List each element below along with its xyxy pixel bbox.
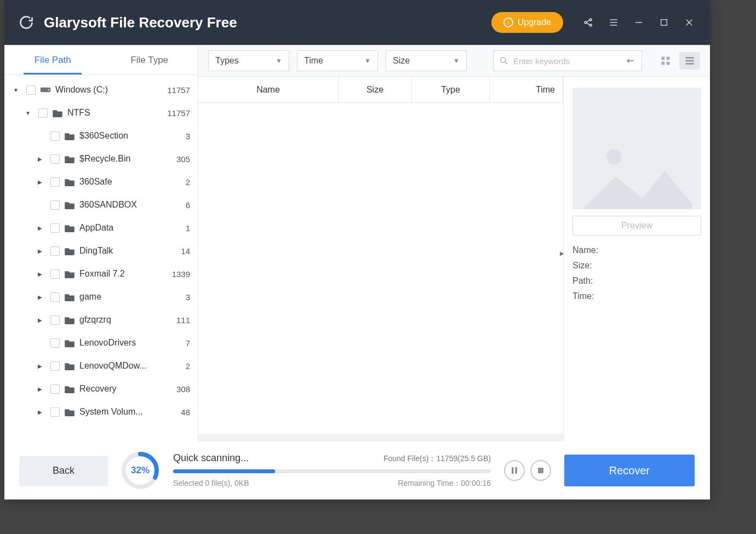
- tree-item[interactable]: ▶Foxmail 7.21339: [4, 262, 198, 285]
- footer: Back 32% Quick scanning... Found File(s)…: [4, 441, 710, 499]
- preview-button[interactable]: Preview: [572, 216, 701, 236]
- col-name[interactable]: Name: [198, 77, 339, 102]
- expander-placeholder: [36, 339, 44, 347]
- tree-item[interactable]: ▶System Volum...48: [4, 400, 198, 423]
- checkbox[interactable]: [50, 338, 60, 348]
- tree-item-label: AppData: [79, 223, 170, 233]
- tree-item[interactable]: ▶$Recycle.Bin305: [4, 147, 198, 170]
- tree-item[interactable]: ▶game3: [4, 285, 198, 308]
- tree-item-label: Recovery: [79, 384, 170, 394]
- tree-item-count: 11757: [167, 108, 190, 118]
- svg-rect-8: [667, 57, 670, 60]
- chevron-right-icon[interactable]: ▶: [36, 224, 44, 232]
- tree-item-label: game: [79, 292, 170, 302]
- maximize-icon[interactable]: [652, 10, 676, 35]
- drive-icon: [40, 84, 51, 95]
- checkbox[interactable]: [50, 177, 60, 187]
- chevron-right-icon[interactable]: ▶: [36, 270, 44, 278]
- tab-file-path[interactable]: File Path: [4, 45, 101, 74]
- col-type[interactable]: Type: [412, 77, 490, 102]
- checkbox[interactable]: [50, 292, 60, 302]
- checkbox[interactable]: [38, 108, 48, 118]
- checkbox[interactable]: [50, 384, 60, 394]
- tree-item-count: 1: [174, 223, 190, 233]
- tree-item[interactable]: ▶Recovery308: [4, 377, 198, 400]
- chevron-right-icon[interactable]: ▶: [36, 316, 44, 324]
- table-body[interactable]: [198, 103, 563, 434]
- svg-rect-7: [662, 57, 665, 60]
- tree-item[interactable]: ▶DingTalk14: [4, 239, 198, 262]
- tree-item[interactable]: LenovoDrivers7: [4, 331, 198, 354]
- preview-collapse-icon[interactable]: ▶: [559, 246, 565, 260]
- tree-item-label: 360Safe: [79, 177, 170, 187]
- svg-point-0: [585, 21, 587, 24]
- checkbox[interactable]: [50, 246, 60, 256]
- checkbox[interactable]: [26, 85, 36, 95]
- tree-item[interactable]: ▼Windows (C:)11757: [4, 78, 198, 101]
- menu-icon[interactable]: [602, 10, 626, 35]
- svg-rect-3: [661, 20, 667, 26]
- tree-item-count: 1339: [172, 269, 190, 279]
- search-input[interactable]: [513, 56, 622, 66]
- checkbox[interactable]: [50, 407, 60, 417]
- tree-item[interactable]: 360SANDBOX6: [4, 193, 198, 216]
- grid-view-button[interactable]: [655, 52, 676, 70]
- chevron-right-icon[interactable]: ▶: [36, 385, 44, 393]
- table-header: Name Size Type Time: [198, 77, 563, 103]
- tree-item[interactable]: $360Section3: [4, 124, 198, 147]
- svg-rect-20: [538, 468, 543, 473]
- upgrade-button[interactable]: ↑ Upgrade: [491, 12, 563, 33]
- back-button[interactable]: Back: [20, 456, 107, 485]
- chevron-down-icon[interactable]: ▼: [12, 86, 20, 94]
- close-icon[interactable]: [677, 10, 701, 35]
- svg-rect-11: [686, 57, 694, 59]
- col-time[interactable]: Time: [490, 77, 563, 102]
- filter-size[interactable]: Size ▼: [386, 50, 467, 71]
- tree-item[interactable]: ▶gfzqrzrq111: [4, 308, 198, 331]
- checkbox[interactable]: [50, 361, 60, 371]
- found-files-text: Found File(s)：11759(25.5 GB): [383, 454, 491, 464]
- chevron-right-icon[interactable]: ▶: [36, 362, 44, 370]
- chevron-right-icon[interactable]: ▶: [36, 247, 44, 255]
- folder-icon: [64, 337, 75, 348]
- chevron-right-icon[interactable]: ▶: [36, 155, 44, 163]
- minimize-icon[interactable]: [627, 10, 651, 35]
- enter-icon[interactable]: [626, 57, 636, 65]
- chevron-down-icon[interactable]: ▼: [24, 109, 32, 117]
- filter-time[interactable]: Time ▼: [297, 50, 378, 71]
- checkbox[interactable]: [50, 131, 60, 141]
- chevron-right-icon[interactable]: ▶: [36, 408, 44, 416]
- svg-point-5: [48, 89, 50, 91]
- recover-button[interactable]: Recover: [564, 455, 695, 486]
- chevron-down-icon: ▼: [364, 57, 371, 65]
- left-panel: File Path File Type ▼Windows (C:)11757▼N…: [4, 45, 198, 441]
- col-size[interactable]: Size: [339, 77, 412, 102]
- tree-item[interactable]: ▶360Safe2: [4, 170, 198, 193]
- search-box[interactable]: [493, 50, 642, 71]
- tree-item-label: LenovoQMDow...: [79, 361, 170, 371]
- stop-button[interactable]: [530, 460, 551, 481]
- svg-point-15: [606, 149, 622, 164]
- pause-button[interactable]: [504, 460, 525, 481]
- checkbox[interactable]: [50, 223, 60, 233]
- checkbox[interactable]: [50, 269, 60, 279]
- horizontal-scrollbar[interactable]: [198, 434, 563, 441]
- checkbox[interactable]: [50, 200, 60, 210]
- folder-icon: [64, 130, 75, 141]
- progress-ring: 32%: [121, 451, 160, 490]
- share-icon[interactable]: [576, 10, 600, 35]
- folder-icon: [64, 153, 75, 164]
- chevron-right-icon[interactable]: ▶: [36, 178, 44, 186]
- filter-types[interactable]: Types ▼: [208, 50, 289, 71]
- tree-item[interactable]: ▶LenovoQMDow...2: [4, 354, 198, 377]
- folder-icon: [52, 107, 63, 118]
- svg-rect-9: [662, 62, 665, 65]
- tree-item[interactable]: ▶AppData1: [4, 216, 198, 239]
- checkbox[interactable]: [50, 315, 60, 325]
- checkbox[interactable]: [50, 154, 60, 164]
- list-view-button[interactable]: [679, 52, 700, 70]
- folder-tree[interactable]: ▼Windows (C:)11757▼NTFS11757$360Section3…: [4, 75, 198, 441]
- chevron-right-icon[interactable]: ▶: [36, 293, 44, 301]
- tree-item[interactable]: ▼NTFS11757: [4, 101, 198, 124]
- tab-file-type[interactable]: File Type: [101, 45, 198, 74]
